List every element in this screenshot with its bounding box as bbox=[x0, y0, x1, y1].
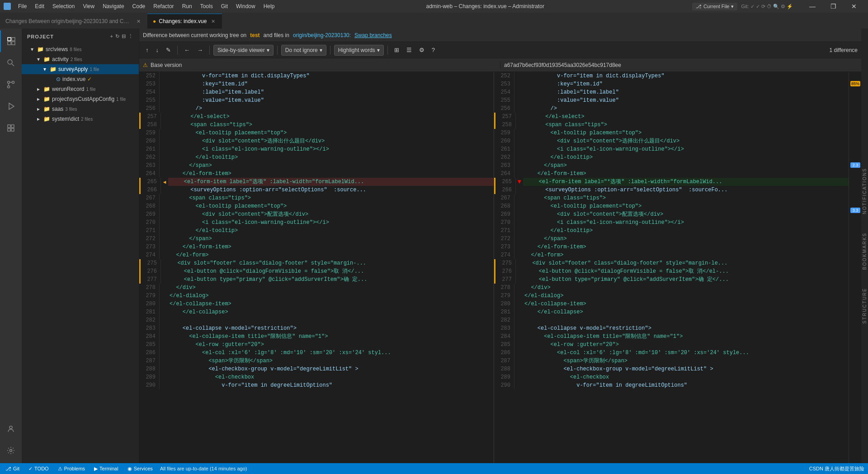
branch-selector[interactable]: ⎇ Current File ▾ bbox=[692, 3, 737, 10]
help-button[interactable]: ? bbox=[429, 45, 438, 56]
git-status[interactable]: ⎇ Git bbox=[4, 466, 21, 472]
minimize-button[interactable]: — bbox=[802, 0, 823, 13]
line-number: 284 bbox=[139, 332, 160, 341]
line-number: 285 bbox=[139, 341, 160, 349]
folder-icon: 📁 bbox=[37, 46, 44, 52]
services-status[interactable]: ◉ Services bbox=[126, 466, 155, 472]
diff-line-row: 289 <el-checkbox bbox=[139, 373, 494, 381]
arrow-icon: ▸ bbox=[37, 116, 43, 122]
tree-item-saas[interactable]: ▸ 📁 saas 3 files bbox=[22, 104, 139, 114]
panel-more-btn[interactable]: ⋮ bbox=[128, 33, 133, 39]
svg-rect-3 bbox=[12, 42, 15, 45]
window-controls[interactable]: — ❐ ✕ bbox=[802, 0, 864, 13]
menu-view[interactable]: View bbox=[79, 2, 98, 10]
tree-item-systemdict[interactable]: ▸ 📁 system\dict 2 files bbox=[22, 114, 139, 124]
menu-help[interactable]: Help bbox=[260, 2, 278, 10]
panel-refresh-btn[interactable]: ↻ bbox=[115, 33, 120, 39]
arrow-left-button[interactable]: ← bbox=[181, 45, 193, 56]
diff-gutter bbox=[160, 324, 167, 332]
diff-gutter bbox=[514, 96, 522, 104]
prev-diff-button[interactable]: ↑ bbox=[143, 45, 151, 56]
unified-view-button[interactable]: ☰ bbox=[404, 45, 415, 56]
diff-gutter bbox=[160, 153, 167, 161]
todo-status[interactable]: ✓ TODO bbox=[27, 466, 51, 472]
tree-item-surveyapply[interactable]: ▾ 📁 surveyApply 1 file bbox=[22, 64, 139, 74]
diff-line-row: 266 <surveyOptions :option-arr="selectOp… bbox=[494, 186, 849, 194]
line-content: <div slot="content">选择出什么题目</div> bbox=[167, 137, 494, 145]
explorer-panel: PROJECT + ↻ ⊟ ⋮ ▾ 📁 src\views 8 files ▾ … bbox=[22, 28, 139, 463]
terminal-status[interactable]: ▶ Terminal bbox=[92, 466, 120, 472]
sidebar-icon-debug[interactable] bbox=[0, 95, 22, 117]
split-view-button[interactable]: ⊞ bbox=[392, 45, 402, 56]
diff-gutter bbox=[161, 275, 168, 284]
branch-icon: ⎇ bbox=[696, 4, 702, 9]
sidebar-icon-accounts[interactable] bbox=[0, 418, 22, 440]
menu-code[interactable]: Code bbox=[129, 2, 149, 10]
bookmarks-label[interactable]: Bookmarks bbox=[862, 232, 867, 270]
terminal-label: Terminal bbox=[99, 466, 118, 471]
svg-point-14 bbox=[9, 426, 12, 429]
panel-collapse-btn[interactable]: ⊟ bbox=[122, 33, 126, 39]
menu-tools[interactable]: Tools bbox=[197, 2, 217, 10]
line-content: </el-form-item> bbox=[522, 170, 849, 178]
svg-point-15 bbox=[10, 450, 12, 452]
tree-item-syscust[interactable]: ▸ 📁 project\sysCustAppConfig 1 file bbox=[22, 94, 139, 104]
diff-count: 1 difference bbox=[830, 47, 858, 53]
tree-item-srcviews[interactable]: ▾ 📁 src\views 8 files bbox=[22, 44, 139, 54]
line-content: <div slot="content">配置选项</div> bbox=[167, 210, 494, 218]
diff-gutter bbox=[160, 194, 167, 202]
line-number: 288 bbox=[139, 365, 160, 373]
line-number: 265 bbox=[495, 178, 516, 186]
tree-item-werunrecord[interactable]: ▸ 📁 werunRecord 1 file bbox=[22, 84, 139, 94]
sidebar-icon-search[interactable] bbox=[0, 52, 22, 74]
left-diff-pane[interactable]: 252 v-for="item in dict.displayTypes"253… bbox=[139, 72, 494, 463]
diff-gutter bbox=[514, 104, 522, 113]
menu-edit[interactable]: Edit bbox=[31, 2, 48, 10]
diff-outer: Difference between current working tree … bbox=[139, 28, 861, 463]
line-number: 266 bbox=[141, 186, 161, 194]
tree-item-activity[interactable]: ▾ 📁 activity 2 files bbox=[22, 54, 139, 64]
tab-close-active[interactable]: ✕ bbox=[209, 18, 217, 25]
menu-selection[interactable]: Selection bbox=[49, 2, 78, 10]
close-button[interactable]: ✕ bbox=[844, 0, 864, 13]
notifications-label[interactable]: Notifications bbox=[862, 168, 867, 214]
diff-gutter bbox=[160, 341, 167, 349]
maximize-button[interactable]: ❐ bbox=[823, 0, 844, 13]
problems-status[interactable]: ⚠ Problems bbox=[56, 466, 87, 472]
menu-window[interactable]: Window bbox=[232, 2, 259, 10]
sidebar-icon-explorer[interactable] bbox=[0, 30, 22, 52]
sidebar-icon-settings[interactable] bbox=[0, 440, 22, 461]
tab-diff-changes[interactable]: Changes Between origin/beijing-20230130 … bbox=[0, 14, 147, 28]
viewer-mode-label: Side-by-side viewer bbox=[217, 47, 265, 53]
line-content: </span> bbox=[522, 235, 849, 243]
menu-bar[interactable]: File Edit Selection View Navigate Code R… bbox=[14, 2, 278, 10]
sidebar-icon-git[interactable] bbox=[0, 74, 22, 95]
line-content: :value="item.value" bbox=[522, 96, 849, 104]
menu-navigate[interactable]: Navigate bbox=[99, 2, 127, 10]
menu-refactor[interactable]: Refactor bbox=[150, 2, 177, 10]
ignore-dropdown[interactable]: Do not ignore ▾ bbox=[281, 45, 326, 56]
panel-add-btn[interactable]: + bbox=[110, 33, 113, 39]
right-diff-pane[interactable]: 252 v-for="item in dict.displayTypes"253… bbox=[494, 72, 849, 463]
settings-button[interactable]: ⚙ bbox=[416, 45, 427, 56]
structure-label[interactable]: Structure bbox=[862, 288, 867, 324]
next-diff-button[interactable]: ↓ bbox=[153, 45, 162, 56]
diff-line-row: 285 <el-row :gutter="20"> bbox=[494, 341, 849, 349]
line-content: </el-form-item> bbox=[167, 243, 494, 251]
highlight-dropdown[interactable]: Highlight words ▾ bbox=[334, 45, 384, 56]
tree-item-indexvue[interactable]: ▸ ⊙ index.vue ✓ bbox=[22, 74, 139, 84]
menu-run[interactable]: Run bbox=[179, 2, 196, 10]
line-number: 282 bbox=[494, 316, 514, 324]
diff-gutter bbox=[160, 218, 167, 227]
tab-index-vue[interactable]: ● Changes: index.vue ✕ bbox=[147, 14, 222, 28]
arrow-right-button[interactable]: → bbox=[194, 45, 206, 56]
viewer-mode-dropdown[interactable]: Side-by-side viewer ▾ bbox=[213, 45, 274, 56]
tab-close-diff[interactable]: ✕ bbox=[135, 18, 142, 25]
problems-icon: ⚠ bbox=[58, 466, 62, 472]
sidebar-icon-extensions[interactable] bbox=[0, 117, 22, 139]
line-content: <div slot="content">选择出什么题目</div> bbox=[522, 137, 849, 145]
swap-branches-button[interactable]: Swap branches bbox=[354, 32, 392, 38]
menu-file[interactable]: File bbox=[14, 2, 30, 10]
menu-git[interactable]: Git bbox=[217, 2, 231, 10]
edit-button[interactable]: ✎ bbox=[163, 45, 174, 56]
